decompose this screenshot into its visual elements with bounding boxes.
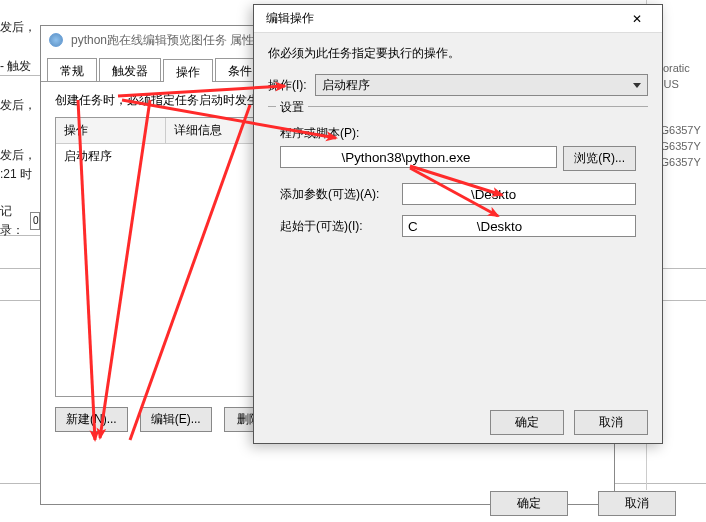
- ok-button[interactable]: 确定: [490, 491, 568, 516]
- dialog-description: 你必须为此任务指定要执行的操作。: [268, 45, 648, 62]
- instruction-text: 必须指定任务启动时发生: [127, 93, 259, 107]
- arguments-input[interactable]: [402, 183, 636, 205]
- background-truncated-left: 发后， - 触发 发后， 发后， :21 时 记录： 0: [0, 0, 40, 522]
- settings-group: 设置 程序或脚本(P): 浏览(R)... 添加参数(可选)(A): 起始于(可…: [268, 106, 648, 249]
- cell-action: 启动程序: [56, 144, 166, 169]
- close-icon[interactable]: ✕: [618, 7, 656, 31]
- bg-text: 记录：: [0, 202, 26, 240]
- ok-button[interactable]: 确定: [490, 410, 564, 435]
- tab-triggers[interactable]: 触发器: [99, 58, 161, 81]
- bg-text: 发后，: [0, 96, 40, 115]
- action-select-value: 启动程序: [322, 78, 370, 92]
- action-select[interactable]: 启动程序: [315, 74, 648, 96]
- bg-text: :21 时: [0, 165, 40, 184]
- script-label: 程序或脚本(P):: [280, 125, 636, 142]
- bg-text: - 触发: [0, 57, 40, 76]
- tab-general[interactable]: 常规: [47, 58, 97, 81]
- new-button[interactable]: 新建(N)...: [55, 407, 128, 432]
- startin-input[interactable]: [402, 215, 636, 237]
- dialog-title: 编辑操作: [266, 10, 314, 27]
- dialog-title: python跑在线编辑预览图任务 属性(本: [71, 33, 270, 47]
- edit-button[interactable]: 编辑(E)...: [140, 407, 212, 432]
- cancel-button[interactable]: 取消: [574, 410, 648, 435]
- bg-text: 发后，: [0, 146, 40, 165]
- tab-actions[interactable]: 操作: [163, 59, 213, 82]
- action-label: 操作(I):: [268, 77, 307, 94]
- bg-text: 发后，: [0, 18, 40, 37]
- group-title: 设置: [276, 99, 308, 116]
- arguments-label: 添加参数(可选)(A):: [280, 186, 396, 203]
- task-scheduler-icon: [49, 33, 63, 47]
- edit-action-dialog: 编辑操作 ✕ 你必须为此任务指定要执行的操作。 操作(I): 启动程序 设置 程…: [253, 4, 663, 444]
- col-action-header: 操作: [56, 118, 166, 143]
- cancel-button[interactable]: 取消: [598, 491, 676, 516]
- instruction-text: 创建任务时，: [55, 93, 127, 107]
- program-script-input[interactable]: [280, 146, 557, 168]
- bg-input: 0: [30, 212, 40, 230]
- cell-detail: [166, 144, 182, 169]
- startin-label: 起始于(可选)(I):: [280, 218, 396, 235]
- browse-button[interactable]: 浏览(R)...: [563, 146, 636, 171]
- dialog-title-bar[interactable]: 编辑操作 ✕: [254, 5, 662, 33]
